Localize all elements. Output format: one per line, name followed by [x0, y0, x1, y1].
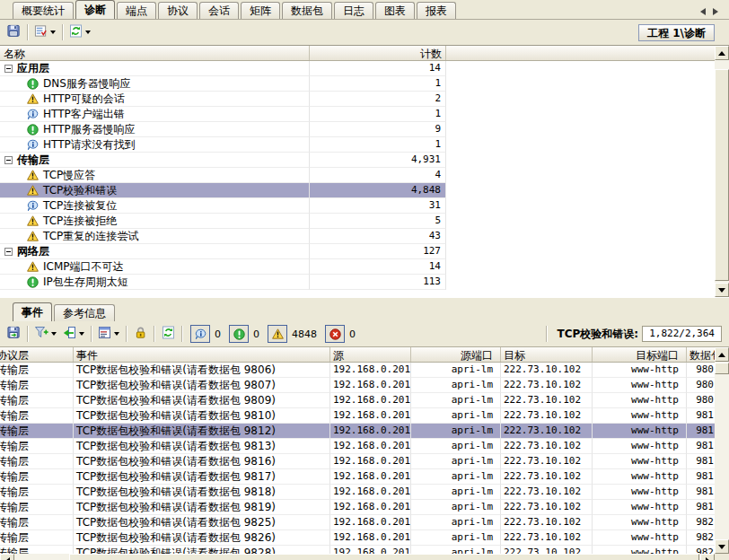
tree-row[interactable]: 应用层14 [0, 61, 715, 76]
toggle-warning[interactable] [268, 325, 287, 343]
locate-packet-button[interactable] [59, 324, 87, 344]
column-header-target-port[interactable]: 目标端口 [593, 347, 687, 362]
save-button[interactable] [4, 22, 23, 42]
cell-dst-port: www-http [593, 469, 687, 485]
table-row[interactable]: 传输层TCP数据包校验和错误(请看数据包 9806)192.168.0.201a… [0, 363, 715, 378]
tree-row[interactable]: ICMP端口不可达14 [0, 259, 715, 275]
bottom-tab-2[interactable]: 参考信息 [54, 304, 115, 321]
scrollbar-thumb[interactable] [715, 363, 729, 374]
column-header-packet[interactable]: 数据包 [687, 347, 715, 362]
column-header-source[interactable]: 源 [330, 347, 411, 362]
scroll-down-icon[interactable] [715, 283, 729, 297]
scroll-up-icon[interactable] [715, 46, 729, 60]
view-tab-9[interactable]: 图表 [375, 2, 415, 19]
bottom-tabs: 事件参考信息 [13, 302, 117, 321]
view-tab-3[interactable]: 端点 [117, 2, 156, 19]
view-tab-5[interactable]: 会话 [199, 2, 239, 19]
collapse-toggle-icon[interactable] [4, 65, 13, 73]
tree-row[interactable]: TCP重复的连接尝试43 [0, 229, 715, 244]
collapse-toggle-icon[interactable] [4, 156, 13, 164]
tree-row[interactable]: DNS服务器慢响应1 [0, 76, 715, 92]
cell-src-port: apri-lm [411, 408, 501, 424]
tree-row-filler [446, 183, 715, 198]
cell-target: 222.73.10.102 [501, 424, 593, 439]
view-tab-1[interactable]: 概要统计 [13, 2, 74, 19]
column-header-source-port[interactable]: 源端口 [411, 347, 501, 362]
tree-row[interactable]: TCP连接被拒绝5 [0, 214, 715, 229]
columns-button[interactable] [95, 324, 122, 344]
table-row[interactable]: 传输层TCP数据包校验和错误(请看数据包 9817)192.168.0.201a… [0, 469, 715, 485]
tree-row-label: DNS服务器慢响应 [43, 76, 131, 92]
view-tab-10[interactable]: 报表 [417, 2, 456, 19]
table-row[interactable]: 传输层TCP数据包校验和错误(请看数据包 9818)192.168.0.201a… [0, 485, 715, 500]
view-tab-6[interactable]: 矩阵 [241, 2, 280, 19]
collapse-toggle-icon[interactable] [4, 248, 13, 256]
cell-packet: 980 [687, 378, 715, 393]
toggle-error[interactable] [325, 325, 345, 343]
table-row[interactable]: 传输层TCP数据包校验和错误(请看数据包 9819)192.168.0.201a… [0, 500, 715, 515]
column-header-layer[interactable]: 协议层 [0, 347, 74, 362]
events-scrollbar[interactable] [715, 347, 729, 554]
toggle-information[interactable] [190, 325, 210, 343]
scroll-left-icon[interactable] [0, 554, 14, 560]
cell-target: 222.73.10.102 [501, 439, 593, 454]
status-event-label: TCP校验和错误: [558, 327, 639, 342]
filter-button[interactable] [31, 324, 59, 344]
tree-body: 应用层14DNS服务器慢响应1HTTP可疑的会话2HTTP客户端出错1HTTP服… [0, 61, 715, 297]
diagnosis-tree-pane: 名称 计数 应用层14DNS服务器慢响应1HTTP可疑的会话2HTTP客户端出错… [0, 45, 729, 297]
tree-row-name: HTTP服务器慢响应 [0, 122, 310, 137]
tree-row[interactable]: TCP慢应答4 [0, 168, 715, 183]
table-row[interactable]: 传输层TCP数据包校验和错误(请看数据包 9809)192.168.0.201a… [0, 393, 715, 408]
scroll-up-icon[interactable] [715, 347, 729, 362]
view-tab-4[interactable]: 协议 [158, 2, 198, 19]
view-tab-2[interactable]: 诊断 [75, 0, 115, 19]
bottom-tab-1[interactable]: 事件 [13, 302, 52, 321]
refresh-events-button[interactable] [158, 324, 178, 344]
view-tab-8[interactable]: 日志 [334, 2, 373, 19]
tree-row[interactable]: TCP连接被复位31 [0, 198, 715, 214]
tree-row[interactable]: TCP校验和错误4,848 [0, 183, 715, 198]
tree-row[interactable]: IP包生存周期太短113 [0, 275, 715, 290]
tree-row-filler [446, 214, 715, 229]
tree-row[interactable]: HTTP可疑的会话2 [0, 92, 715, 107]
scrollbar-thumb[interactable] [69, 554, 699, 560]
scroll-down-icon[interactable] [715, 539, 729, 554]
refresh-button[interactable] [66, 22, 93, 42]
table-row[interactable]: 传输层TCP数据包校验和错误(请看数据包 9812)192.168.0.201a… [0, 424, 715, 439]
tree-row[interactable]: 网络层127 [0, 244, 715, 259]
cell-target: 222.73.10.102 [501, 485, 593, 500]
table-row[interactable]: 传输层TCP数据包校验和错误(请看数据包 9816)192.168.0.201a… [0, 454, 715, 469]
scrollbar-thumb[interactable] [715, 69, 729, 281]
table-row[interactable]: 传输层TCP数据包校验和错误(请看数据包 9813)192.168.0.201a… [0, 439, 715, 454]
tree-scrollbar[interactable] [715, 46, 729, 297]
table-row[interactable]: 传输层TCP数据包校验和错误(请看数据包 9825)192.168.0.201a… [0, 515, 715, 530]
column-header-name[interactable]: 名称 [0, 46, 310, 60]
cell-packet: 981 [687, 485, 715, 500]
view-tab-7[interactable]: 数据包 [282, 2, 332, 19]
cell-layer: 传输层 [0, 469, 74, 485]
column-header-target[interactable]: 目标 [501, 347, 593, 362]
tree-row[interactable]: HTTP请求没有找到1 [0, 137, 715, 153]
tree-row[interactable]: 传输层4,931 [0, 153, 715, 168]
display-options-icon [34, 24, 48, 40]
tree-row-filler [446, 229, 715, 244]
table-row[interactable]: 传输层TCP数据包校验和错误(请看数据包 9810)192.168.0.201a… [0, 408, 715, 424]
export-button[interactable] [4, 324, 23, 344]
tree-row[interactable]: HTTP客户端出错1 [0, 107, 715, 122]
table-row[interactable]: 传输层TCP数据包校验和错误(请看数据包 9826)192.168.0.201a… [0, 530, 715, 546]
table-row[interactable]: 传输层TCP数据包校验和错误(请看数据包 9807)192.168.0.201a… [0, 378, 715, 393]
view-tabs: 概要统计诊断端点协议会话矩阵数据包日志图表报表 [13, 0, 458, 19]
lock-scroll-button[interactable] [130, 324, 150, 344]
tab-scroll-right-icon[interactable] [713, 8, 722, 15]
column-header-event[interactable]: 事件 [74, 347, 330, 362]
cell-src-port: apri-lm [411, 469, 501, 485]
tree-row-filler [446, 76, 715, 92]
column-header-count[interactable]: 计数 [310, 46, 446, 60]
display-options-button[interactable] [31, 22, 58, 42]
events-hscrollbar[interactable] [0, 554, 715, 560]
toggle-performance[interactable] [229, 325, 249, 343]
cell-dst-port: www-http [593, 515, 687, 530]
tree-row[interactable]: HTTP服务器慢响应9 [0, 122, 715, 137]
scroll-right-icon[interactable] [700, 554, 715, 560]
tab-scroll-left-icon[interactable] [697, 8, 706, 15]
